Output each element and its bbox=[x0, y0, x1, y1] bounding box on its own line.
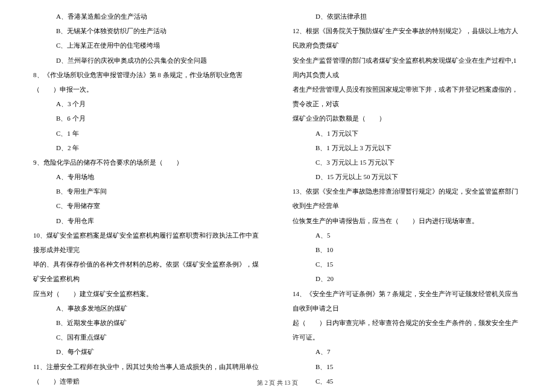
q12-option-b: B、1 万元以上 3 万元以下 bbox=[293, 141, 522, 155]
q10-option-c: C、国有重点煤矿 bbox=[33, 330, 262, 344]
q12-line2: 安全生产监督管理的部门或者煤矿安全监察机构发现煤矿企业在生产过程中,1 周内其负… bbox=[293, 53, 522, 82]
q13-option-d: D、20 bbox=[293, 271, 522, 286]
page-footer: 第 2 页 共 13 页 bbox=[0, 379, 555, 387]
q12-line4: 煤矿企业的罚款数额是（ ） bbox=[293, 111, 522, 125]
q8-option-a: A、3 个月 bbox=[33, 96, 262, 111]
left-column: A、香港某造船企业的生产活动 B、无锡某个体独资纺织厂的生产活动 C、上海某正在… bbox=[24, 9, 278, 371]
q8-option-b: B、6 个月 bbox=[33, 111, 262, 125]
q12-option-d: D、15 万元以上 50 万元以下 bbox=[293, 169, 522, 184]
q13-line2: 位恢复生产的申请报告后，应当在（ ）日内进行现场审查。 bbox=[293, 213, 522, 228]
q8-text: 8、《作业场所职业危害申报管理办法》第 8 条规定，作业场所职业危害（ ）申报一… bbox=[33, 68, 262, 96]
q9-option-b: B、专用生产车间 bbox=[33, 184, 262, 198]
q10-option-d: D、每个煤矿 bbox=[33, 344, 262, 359]
q7-option-c: C、上海某正在使用中的住宅楼垮塌 bbox=[33, 38, 262, 52]
q10-line3: 应当对（ ）建立煤矿安全监察档案。 bbox=[33, 286, 262, 301]
q10-option-a: A、事故多发地区的煤矿 bbox=[33, 301, 262, 315]
q14-line1: 14、《安全生产许可证条例》第 7 条规定，安全生产许可证颁发经管机关应当自收到… bbox=[293, 286, 522, 315]
q8-option-c: C、1 年 bbox=[33, 126, 262, 141]
q13-line1: 13、依据《安全生产事故隐患排查治理暂行规定》的规定，安全监管监察部门收到生产经… bbox=[293, 184, 522, 213]
q9-text: 9、危险化学品的储存不符合要求的场所是（ ） bbox=[33, 155, 262, 169]
q14-option-b: B、15 bbox=[293, 359, 522, 374]
q7-option-a: A、香港某造船企业的生产活动 bbox=[33, 9, 262, 24]
q9-option-d: D、专用仓库 bbox=[33, 213, 262, 228]
q7-option-d: D、兰州举行的庆祝申奥成功的公共集会的安全问题 bbox=[33, 53, 262, 68]
q7-option-b: B、无锡某个体独资纺织厂的生产活动 bbox=[33, 24, 262, 38]
q9-option-c: C、专用储存室 bbox=[33, 198, 262, 213]
q12-option-a: A、1 万元以下 bbox=[293, 126, 522, 141]
q12-line1: 12、根据《国务院关于预防煤矿生产安全事故的特别规定》，县级以上地方人民政府负责… bbox=[293, 24, 522, 52]
q9-option-a: A、专用场地 bbox=[33, 169, 262, 184]
q10-line2: 毕的、具有保存价值的各种文件材料的总称。依据《煤矿安全监察条例》，煤矿安全监察机… bbox=[33, 257, 262, 286]
right-column: D、依据法律承担 12、根据《国务院关于预防煤矿生产安全事故的特别规定》，县级以… bbox=[278, 9, 531, 371]
q13-option-a: A、5 bbox=[293, 228, 522, 242]
q13-option-c: C、15 bbox=[293, 257, 522, 271]
q13-option-b: B、10 bbox=[293, 242, 522, 257]
page-container: A、香港某造船企业的生产活动 B、无锡某个体独资纺织厂的生产活动 C、上海某正在… bbox=[0, 0, 555, 374]
q12-line3: 者生产经营管理人员没有按照国家规定带班下井，或者下井登记档案虚假的，责令改正，对… bbox=[293, 82, 522, 111]
q14-option-d: D、60 bbox=[293, 388, 522, 392]
q10-option-b: B、近期发生事故的煤矿 bbox=[33, 315, 262, 330]
q11-line2: 偿责任。 bbox=[33, 388, 262, 392]
q8-option-d: D、2 年 bbox=[33, 141, 262, 155]
q14-option-a: A、7 bbox=[293, 344, 522, 359]
q10-line1: 10、煤矿安全监察档案是煤矿安全监察机构履行监察职责和行政执法工作中直接形成并处… bbox=[33, 228, 262, 257]
q12-option-c: C、3 万元以上 15 万元以下 bbox=[293, 155, 522, 169]
q14-line2: 起（ ）日内审查完毕，经审查符合规定的安全生产条件的，颁发安全生产许可证。 bbox=[293, 315, 522, 344]
q11-option-d: D、依据法律承担 bbox=[293, 9, 522, 24]
